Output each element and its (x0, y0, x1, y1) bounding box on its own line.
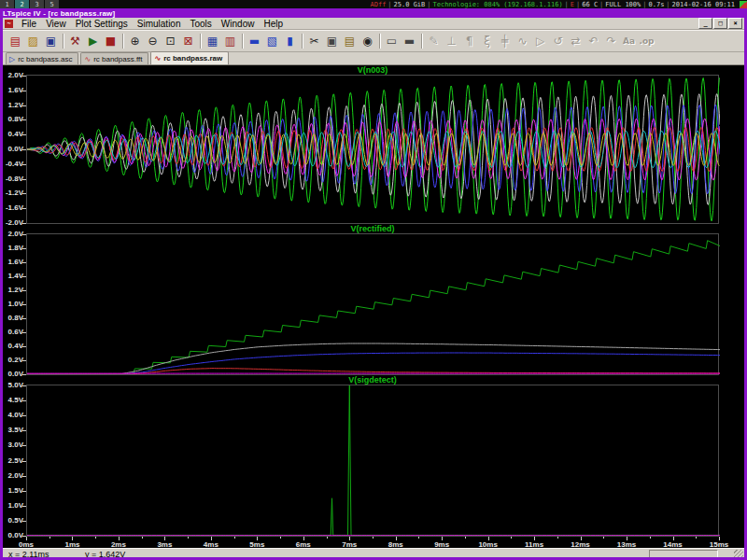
pane-plot-vn003[interactable] (26, 75, 719, 224)
y-tick (22, 476, 26, 477)
y-tick (22, 491, 26, 492)
y-tick-label: 1.5V (3, 487, 23, 495)
ltspice-window: 1235 ADff|25.0 GiB|Technologie: 084% (19… (0, 0, 747, 560)
x-tick-label: 11ms (518, 540, 550, 548)
close-button[interactable]: × (728, 18, 742, 29)
status-segment: Technologie: 084% (192.168.1.116) (433, 1, 563, 8)
status-segment: FULL 100% (605, 1, 641, 8)
x-tick (557, 537, 558, 539)
x-tick (418, 537, 419, 539)
y-tick (22, 290, 26, 291)
zoom-in-icon[interactable]: ⊕ (126, 33, 144, 49)
x-tick-label: 15ms (703, 540, 735, 548)
pane-plot-vsigdetect[interactable] (26, 385, 719, 537)
zoom-area-icon[interactable]: ⊡ (162, 33, 179, 49)
x-tick (49, 537, 50, 539)
tab-rc-bandpass.fft[interactable]: ∿rc bandpass.fft (80, 52, 148, 64)
title-bar[interactable]: LTspice IV - [rc bandpass.raw] (0, 8, 747, 18)
workspace-switcher[interactable]: 1235 (0, 0, 60, 8)
workspace-5[interactable]: 5 (45, 0, 59, 8)
system-status-text: ADff|25.0 GiB|Technologie: 084% (192.168… (370, 1, 739, 8)
autorange-icon[interactable]: ▥ (221, 33, 239, 49)
new-schematic-icon[interactable]: ▤ (7, 33, 24, 49)
paste-icon[interactable]: ▤ (341, 33, 359, 49)
tile-vertical-icon[interactable]: ▮ (281, 33, 299, 49)
y-tick-label: 5.0V (3, 382, 23, 389)
y-tick (22, 149, 26, 150)
control-panel-icon[interactable]: ⚒ (66, 33, 84, 49)
toolbar-separator (421, 34, 422, 49)
menu-tools[interactable]: Tools (185, 19, 216, 29)
status-segment: E (571, 1, 574, 8)
tab-rc-bandpass.asc[interactable]: ▷rc bandpass.asc (6, 52, 78, 64)
separator: | (427, 1, 430, 8)
minimize-button[interactable]: _ (698, 18, 712, 29)
text-icon: Aa (620, 33, 638, 49)
print-icon[interactable]: ▬ (401, 33, 418, 49)
menu-window[interactable]: Window (217, 19, 260, 29)
save-icon[interactable]: ▣ (42, 33, 60, 49)
workspace-3[interactable]: 3 (30, 0, 44, 8)
tab-label: rc bandpass.asc (18, 55, 72, 63)
y-tick (22, 76, 26, 77)
x-tick (650, 537, 651, 539)
y-tick-label: 1.0V (3, 301, 23, 308)
menu-plot-settings[interactable]: Plot Settings (71, 19, 133, 29)
cut-icon[interactable]: ✂ (305, 33, 323, 49)
x-tick (373, 537, 374, 539)
y-tick (22, 193, 26, 194)
status-segment: 2014-02-16 09:11 (672, 1, 735, 8)
x-tick-label: 10ms (472, 540, 504, 548)
halt-icon[interactable]: ■ (102, 33, 120, 49)
open-folder-icon[interactable]: ▨ (24, 33, 42, 49)
menu-help[interactable]: Help (259, 19, 288, 29)
separator: | (388, 1, 391, 8)
y-tick-label: 0.0V (3, 371, 23, 378)
cascade-windows-icon[interactable]: ▧ (263, 33, 281, 49)
y-tick (22, 385, 26, 386)
menu-simulation[interactable]: Simulation (133, 19, 186, 29)
y-tick (22, 276, 26, 277)
menu-file[interactable]: File (17, 19, 41, 29)
print-preview-icon[interactable]: ▭ (383, 33, 401, 49)
zoom-out-icon[interactable]: ⊖ (144, 33, 162, 49)
y-tick-label: -2.0V (3, 219, 23, 227)
pane-plot-vrectified[interactable] (26, 233, 719, 375)
mark-data-points-icon[interactable]: ▦ (204, 33, 221, 49)
trace-blue (27, 353, 720, 374)
y-tick-label: 1.8V (3, 245, 23, 252)
draft-capacitor-icon: ╪ (496, 33, 514, 49)
y-tick (22, 105, 26, 106)
separator: | (565, 1, 569, 8)
y-tick (22, 208, 26, 209)
run-icon[interactable]: ▶ (84, 33, 102, 49)
y-tick-label: -0.8V (3, 175, 23, 183)
x-tick-label: 1ms (56, 540, 88, 548)
tab-bar: ▷rc bandpass.asc∿rc bandpass.fft∿rc band… (3, 52, 744, 65)
find-icon[interactable]: ◉ (359, 33, 376, 49)
y-tick (22, 332, 26, 333)
toolbar-separator (302, 34, 303, 49)
y-tick (22, 445, 26, 446)
y-tick-label: -1.2V (3, 189, 23, 197)
x-tick (280, 537, 281, 539)
y-tick-label: 0.8V (3, 315, 23, 322)
y-tick (22, 360, 26, 361)
y-tick-label: 0.6V (3, 329, 23, 336)
workspace-1[interactable]: 1 (0, 0, 14, 8)
menu-view[interactable]: View (41, 19, 71, 29)
x-tick-label: 0ms (10, 540, 42, 548)
workspace-2[interactable]: 2 (15, 0, 29, 8)
copy-icon[interactable]: ▣ (323, 33, 341, 49)
zoom-full-extents-icon[interactable]: ⊠ (179, 33, 197, 49)
rotate-icon: ↺ (549, 33, 567, 49)
restore-button[interactable]: □ (713, 18, 727, 29)
mirror-icon: ⇄ (567, 33, 585, 49)
y-tick-label: 4.0V (3, 412, 23, 419)
y-tick-label: 2.0V (3, 72, 23, 79)
tab-rc-bandpass.raw[interactable]: ∿rc bandpass.raw (150, 51, 229, 64)
status-segment: 66 C (582, 1, 598, 8)
tile-horizontal-icon[interactable]: ▬ (246, 33, 263, 49)
waveform-viewer[interactable]: V(n003) V(rectified) V(sigdetect) 2.0V1.… (3, 65, 744, 548)
tray-icon[interactable] (740, 1, 747, 8)
